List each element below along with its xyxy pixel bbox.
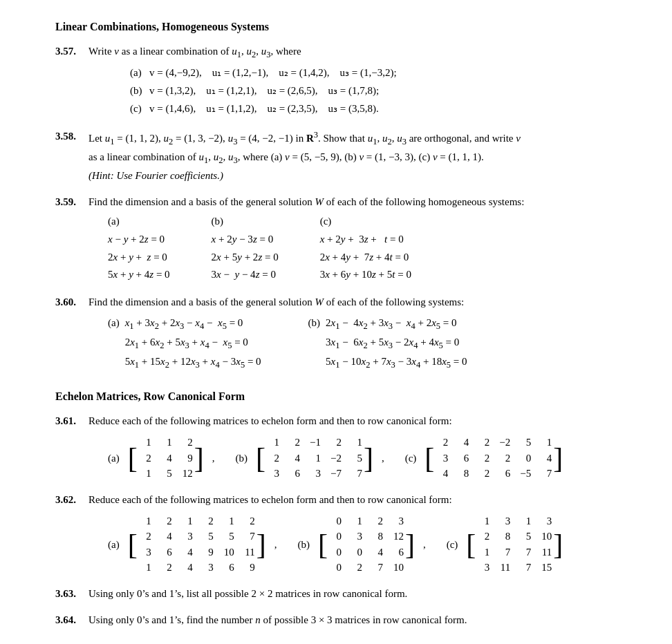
matrix-label-362b: (b) [297,536,310,553]
matrix-row: 1 2 1 2 1 2 [139,513,255,529]
bracket-left-361a: [ [128,444,138,473]
sub-content-357a: v = (4,−9,2), u₁ = (1,2,−1), u₂ = (1,4,2… [149,64,631,81]
bracket-right-362c: ] [553,530,563,559]
matrices-362: (a) [ 1 2 1 2 1 2 2 [108,513,631,576]
hint-358: (Hint: Use Fourier coefficients.) [88,170,223,181]
matrix-block-362a: [ 1 2 1 2 1 2 2 4 3 [128,513,266,576]
problem-num-357: 3.57. [55,43,88,118]
sub-label-357a: (a) [130,64,149,81]
bracket-right-361c: ] [553,444,563,473]
problem-body-361: Reduce each of the following matrices to… [88,413,631,482]
matrix-362c: (c) [ 1 3 1 3 2 8 5 [447,513,566,576]
matrix-row: 1 2 −1 2 1 [267,435,362,451]
bracket-left-362a: [ [128,530,138,559]
sub-item-357c: (c) v = (1,4,6), u₁ = (1,1,2), u₂ = (2,3… [130,100,631,117]
problem-3-58: 3.58. Let u1 = (1, 1, 2), u2 = (1, 3, −2… [55,128,631,184]
system-eqs-359a: x − y + 2z = 0 2x + y + z = 0 5x + y + 4… [108,231,170,284]
matrix-row: 0 2 7 10 [329,560,404,576]
problem-body-359: Find the dimension and a basis of the ge… [88,193,631,284]
matrix-row: 2 4 2 −2 5 1 [436,435,552,451]
section-title: Linear Combinations, Homogeneous Systems [55,21,631,33]
problem-text-359: Find the dimension and a basis of the ge… [88,196,524,207]
matrix-block-362b: [ 0 1 2 3 0 3 8 12 [318,513,415,576]
problem-body-357: Write v as a linear combination of u1, u… [88,43,631,118]
problem-body-358: Let u1 = (1, 1, 2), u2 = (1, 3, −2), u3 … [88,128,631,184]
bracket-right-361a: ] [194,444,204,473]
sub-item-357b: (b) v = (1,3,2), u₁ = (1,2,1), u₂ = (2,6… [130,82,631,99]
matrix-row: 0 1 2 3 [329,513,404,529]
problem-3-57: 3.57. Write v as a linear combination of… [55,43,631,118]
system-359a: (a) x − y + 2z = 0 2x + y + z = 0 5x + y… [108,213,170,284]
problem-num-359: 3.59. [55,193,88,284]
sub-item-357a: (a) v = (4,−9,2), u₁ = (1,2,−1), u₂ = (1… [130,64,631,81]
matrix-label-362c: (c) [447,536,458,553]
sub-label-357b: (b) [130,82,149,99]
matrix-361a: (a) [ 1 1 2 2 4 9 [108,435,214,482]
matrix-row: 1 2 4 3 6 9 [139,560,255,576]
matrix-inner-362b: 0 1 2 3 0 3 8 12 0 0 [329,513,404,576]
matrix-block-361c: [ 2 4 2 −2 5 1 3 6 2 [424,435,563,482]
matrix-361b: (b) [ 1 2 −1 2 1 2 4 [235,435,384,482]
system-label-359c: (c) [320,213,411,229]
matrix-label-362a: (a) [108,536,120,553]
system-label-360a: (a) [108,314,120,373]
problem-text-362: Reduce each of the following matrices to… [88,494,452,505]
systems-360: (a) x1 + 3x2 + 2x3 − x4 − x5 = 0 2x1 + 6… [108,314,631,373]
bracket-left-362b: [ [318,530,328,559]
problem-body-362: Reduce each of the following matrices to… [88,491,631,576]
problem-text-360: Find the dimension and a basis of the ge… [88,296,464,307]
system-eqs-359c: x + 2y + 3z + t = 0 2x + 4y + 7z + 4t = … [320,231,411,284]
problem-3-62: 3.62. Reduce each of the following matri… [55,491,631,576]
problem-num-363: 3.63. [55,585,88,602]
matrix-label-361c: (c) [405,450,417,466]
bracket-left-362c: [ [466,530,476,559]
problem-3-63: 3.63. Using only 0’s and 1’s, list all p… [55,585,631,602]
matrix-row: 3 6 4 9 10 11 [139,544,255,560]
matrix-row: 1 3 1 3 [477,513,552,529]
matrix-inner-361b: 1 2 −1 2 1 2 4 1 −2 5 [267,435,362,482]
system-360a-row: (a) x1 + 3x2 + 2x3 − x4 − x5 = 0 2x1 + 6… [108,314,631,373]
problem-3-59: 3.59. Find the dimension and a basis of … [55,193,631,284]
matrix-row: 3 6 2 2 0 4 [436,451,552,466]
matrix-row: 1 5 12 [139,466,193,482]
matrix-row: 0 3 8 12 [329,529,404,544]
matrix-row: 3 11 7 15 [477,560,552,576]
system-359c: (c) x + 2y + 3z + t = 0 2x + 4y + 7z + 4… [320,213,411,284]
systems-359: (a) x − y + 2z = 0 2x + y + z = 0 5x + y… [108,213,631,284]
matrix-block-361b: [ 1 2 −1 2 1 2 4 1 −2 [256,435,373,482]
problem-body-364: Using only 0’s and 1’s, find the number … [88,612,631,628]
problem-text-357: Write v as a linear combination of u1, u… [88,46,301,57]
problem-num-358: 3.58. [55,128,88,184]
matrix-inner-361c: 2 4 2 −2 5 1 3 6 2 2 0 [436,435,552,482]
system-eqs-360b: 2x1 − 4x2 + 3x3 − x4 + 2x5 = 0 3x1 − 6x2… [326,314,467,373]
problem-num-362: 3.62. [55,491,88,576]
system-eqs-360a: x1 + 3x2 + 2x3 − x4 − x5 = 0 2x1 + 6x2 +… [125,314,261,373]
matrix-block-361a: [ 1 1 2 2 4 9 1 [128,435,204,482]
matrix-inner-362a: 1 2 1 2 1 2 2 4 3 5 5 [139,513,255,576]
matrix-row: 2 4 9 [139,451,193,466]
matrix-row: 2 8 5 10 [477,529,552,544]
matrix-row: 4 8 2 6 −5 7 [436,466,552,482]
bracket-right-361b: ] [364,444,373,473]
matrix-row: 0 0 4 6 [329,544,404,560]
system-359b: (b) x + 2y − 3z = 0 2x + 5y + 2z = 0 3x … [212,213,279,284]
matrix-row: 2 4 1 −2 5 [267,451,362,466]
system-eqs-359b: x + 2y − 3z = 0 2x + 5y + 2z = 0 3x − y … [212,231,279,284]
matrix-362a: (a) [ 1 2 1 2 1 2 2 [108,513,277,576]
problem-body-363: Using only 0’s and 1’s, list all possibl… [88,585,631,602]
matrix-block-362c: [ 1 3 1 3 2 8 5 10 [466,513,563,576]
sub-content-357c: v = (1,4,6), u₁ = (1,1,2), u₂ = (2,3,5),… [149,100,631,117]
matrix-inner-362c: 1 3 1 3 2 8 5 10 1 7 [477,513,552,576]
matrix-361c: (c) [ 2 4 2 −2 5 1 3 [405,435,566,482]
matrices-361: (a) [ 1 1 2 2 4 9 [108,435,631,482]
section2-title: Echelon Matrices, Row Canonical Form [55,390,631,403]
matrix-label-361a: (a) [108,450,120,466]
bracket-right-362a: ] [256,530,266,559]
system-label-359a: (a) [108,213,170,229]
matrix-row: 1 7 7 11 [477,544,552,560]
matrix-inner-361a: 1 1 2 2 4 9 1 5 12 [139,435,193,482]
bracket-left-361c: [ [424,444,434,473]
problem-3-64: 3.64. Using only 0’s and 1’s, find the n… [55,612,631,628]
problem-num-360: 3.60. [55,294,88,376]
problem-3-60: 3.60. Find the dimension and a basis of … [55,294,631,376]
